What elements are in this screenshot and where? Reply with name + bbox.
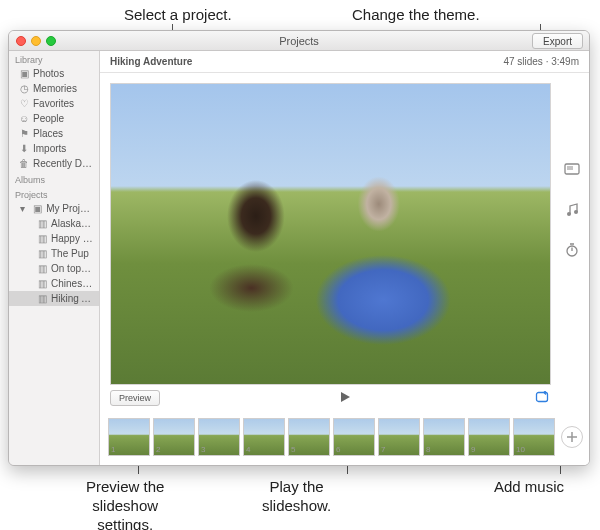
loop-icon [535,391,549,403]
sidebar-section-projects: Projects [9,186,99,201]
book-icon: ▥ [37,294,47,304]
filmstrip-thumb[interactable]: 5 [288,418,330,456]
svg-rect-1 [567,166,573,170]
photos-icon: ▣ [19,69,29,79]
callout-select-project: Select a project. [124,6,232,25]
filmstrip-thumb[interactable]: 10 [513,418,555,456]
filmstrip-thumb[interactable]: 4 [243,418,285,456]
export-button[interactable]: Export [532,33,583,49]
sidebar-item-project[interactable]: ▥Alaska Book Proj... [9,216,99,231]
sidebar-item-photos[interactable]: ▣Photos [9,66,99,81]
project-header: Hiking Adventure 47 slides · 3:49m [100,51,589,73]
project-meta: 47 slides · 3:49m [503,56,579,67]
sidebar-section-albums: Albums [9,171,99,186]
sidebar-item-places[interactable]: ⚑Places [9,126,99,141]
right-tool-rail [558,159,586,261]
sidebar: Library ▣Photos ◷Memories ♡Favorites ☺Pe… [9,51,100,465]
download-icon: ⬇ [19,144,29,154]
theme-button[interactable] [561,159,583,181]
sidebar-item-project-selected[interactable]: ▥Hiking Adventure [9,291,99,306]
filmstrip-thumb[interactable]: 9 [468,418,510,456]
pin-icon: ⚑ [19,129,29,139]
sidebar-item-project[interactable]: ▥The Pup [9,246,99,261]
book-icon: ▥ [37,279,47,289]
folder-icon: ▣ [32,204,42,214]
filmstrip-thumb[interactable]: 3 [198,418,240,456]
callout-change-theme: Change the theme. [352,6,480,25]
book-icon: ▥ [37,264,47,274]
filmstrip-thumb[interactable]: 7 [378,418,420,456]
duration-button[interactable] [561,239,583,261]
sidebar-item-my-projects[interactable]: ▾▣My Projects [9,201,99,216]
loop-button[interactable] [535,391,549,406]
play-button[interactable] [338,390,352,407]
sidebar-item-recently-deleted[interactable]: 🗑Recently Deleted [9,156,99,171]
callout-play-slideshow: Play the slideshow. [262,478,331,516]
theme-icon [564,162,580,178]
sidebar-section-library: Library [9,51,99,66]
clock-icon: ◷ [19,84,29,94]
music-button[interactable] [561,199,583,221]
sidebar-item-project[interactable]: ▥On top of the W... [9,261,99,276]
project-title: Hiking Adventure [110,56,192,67]
heart-icon: ♡ [19,99,29,109]
timer-icon [564,242,580,258]
filmstrip-thumb[interactable]: 1 [108,418,150,456]
main-content: Hiking Adventure 47 slides · 3:49m [100,51,589,465]
window-title: Projects [9,35,589,47]
trash-icon: 🗑 [19,159,29,169]
sidebar-item-memories[interactable]: ◷Memories [9,81,99,96]
slideshow-preview-area [100,73,589,387]
filmstrip-thumb[interactable]: 8 [423,418,465,456]
filmstrip: 1 2 3 4 5 6 7 8 9 10 [100,409,589,465]
callout-preview-settings: Preview the slideshow settings. [86,478,164,530]
person-icon: ☺ [19,114,29,124]
book-icon: ▥ [37,249,47,259]
filmstrip-thumb[interactable]: 6 [333,418,375,456]
play-icon [338,390,352,404]
plus-icon [566,431,578,443]
svg-point-3 [574,210,578,214]
app-window: Projects Export Library ▣Photos ◷Memorie… [8,30,590,466]
svg-point-2 [567,212,571,216]
book-icon: ▥ [37,219,47,229]
add-slide-button[interactable] [561,426,583,448]
sidebar-item-project[interactable]: ▥Happy Birthday,... [9,231,99,246]
sidebar-item-project[interactable]: ▥Chinese New Year [9,276,99,291]
sidebar-item-people[interactable]: ☺People [9,111,99,126]
book-icon: ▥ [37,234,47,244]
filmstrip-thumb[interactable]: 2 [153,418,195,456]
slideshow-current-photo [110,83,551,385]
callout-add-music: Add music [494,478,564,497]
sidebar-item-imports[interactable]: ⬇Imports [9,141,99,156]
preview-button[interactable]: Preview [110,390,160,406]
music-icon [564,202,580,218]
titlebar: Projects Export [9,31,589,51]
chevron-down-icon: ▾ [19,203,26,214]
playback-controls: Preview [100,387,589,409]
sidebar-item-favorites[interactable]: ♡Favorites [9,96,99,111]
